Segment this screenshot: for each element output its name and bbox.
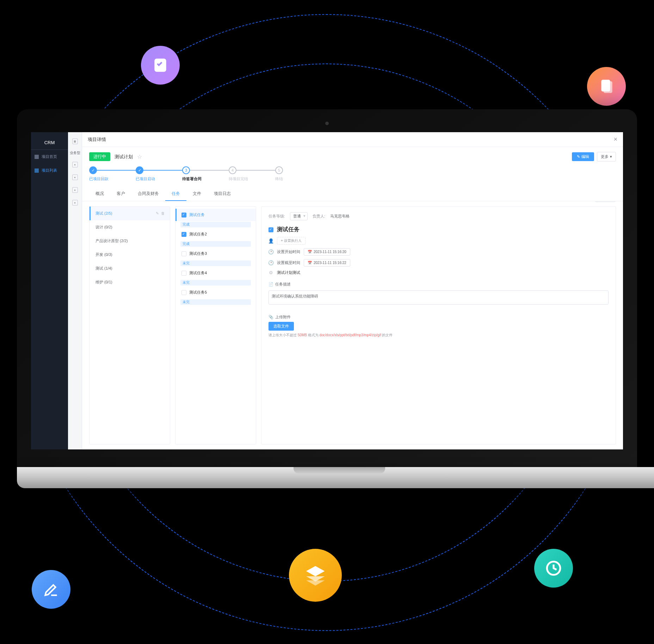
desc-textarea[interactable]: 测试环境确认系统功能障碍 bbox=[269, 290, 609, 305]
task-groups-column: 测试 (2/5)✎🗑设计 (0/2)产品设计原型 (2/2)开发 (0/3)测试… bbox=[89, 206, 170, 444]
page-title: 项目详情 bbox=[88, 136, 106, 143]
task-checkbox[interactable] bbox=[181, 251, 186, 256]
task-group[interactable]: 测试 (1/4) bbox=[90, 262, 170, 275]
add-person-button[interactable]: + 设置执行人 bbox=[277, 237, 306, 245]
task-tag: 未完 bbox=[180, 280, 251, 286]
task-tag: 未完 bbox=[180, 260, 251, 266]
tab[interactable]: 项目日志 bbox=[208, 187, 237, 201]
left-nav: CRM 项目首页项目列表 bbox=[31, 132, 68, 449]
tab[interactable]: 任务 bbox=[165, 187, 186, 201]
step[interactable]: 3待签署合同 bbox=[182, 166, 229, 182]
step[interactable]: ✓已项目回款 bbox=[89, 166, 136, 182]
mid-icon-3[interactable]: ▫ bbox=[72, 187, 78, 193]
task-title: 测试任务 bbox=[277, 226, 300, 233]
tab[interactable]: 文件 bbox=[186, 187, 208, 201]
task-group[interactable]: 产品设计原型 (2/2) bbox=[90, 234, 170, 248]
owner-value: 马克思韦格 bbox=[330, 214, 350, 219]
mid-label: 业务型 bbox=[70, 148, 80, 158]
edit-button[interactable]: ✎编辑 bbox=[572, 152, 594, 161]
brand-label: CRM bbox=[31, 136, 68, 150]
step[interactable]: ✓已项目启动 bbox=[136, 166, 182, 182]
gear-icon: ⚙ bbox=[269, 270, 273, 275]
project-name: 测试计划 bbox=[115, 154, 133, 160]
task-item[interactable]: 测试任务5 bbox=[175, 286, 256, 299]
task-title-checkbox[interactable] bbox=[269, 227, 273, 232]
svg-rect-2 bbox=[604, 81, 612, 93]
nav-item[interactable]: 项目列表 bbox=[31, 164, 68, 177]
task-group[interactable]: 测试 (2/5)✎🗑 bbox=[90, 207, 170, 220]
task-group[interactable]: 设计 (0/2) bbox=[90, 220, 170, 234]
task-checkbox[interactable] bbox=[181, 290, 186, 295]
desc-section-label: 📄 任务描述 bbox=[269, 282, 609, 287]
laptop-base bbox=[17, 467, 654, 488]
edit-icon[interactable]: ✎ bbox=[156, 211, 159, 216]
tab[interactable]: 概况 bbox=[89, 187, 110, 201]
start-time-label: 设置开始时间 bbox=[277, 249, 300, 254]
tab[interactable]: 合同及财务 bbox=[131, 187, 165, 201]
task-checkbox[interactable] bbox=[181, 213, 186, 217]
task-item[interactable]: 测试任务 bbox=[175, 209, 256, 221]
task-detail-column: 新建组 任务等级: 普通 负责人: 马克思韦格 测试任务 👤 + 设置执行人 🕐… bbox=[261, 206, 616, 444]
task-checkbox[interactable] bbox=[181, 271, 186, 276]
task-tag: 完成 bbox=[180, 222, 251, 227]
person-icon: 👤 bbox=[269, 238, 273, 243]
upload-button[interactable]: 选取文件 bbox=[269, 322, 294, 331]
mid-icon-4[interactable]: ▫ bbox=[72, 200, 78, 206]
close-icon[interactable]: × bbox=[613, 136, 617, 143]
delete-icon[interactable]: 🗑 bbox=[161, 211, 165, 216]
upload-hint: 请上传大小不超过 50MB 格式为 doc/docx/xls/ppt/txt/p… bbox=[269, 333, 609, 338]
clock-icon: 🕐 bbox=[269, 260, 273, 265]
new-folder-button[interactable]: 新建组 bbox=[595, 201, 616, 202]
clock-icon: 🕐 bbox=[269, 250, 273, 254]
laptop-mockup: CRM 项目首页项目列表 ≡ 业务型 ▫ ▫ ▫ ▫ 项目详情 × 进行中 测试… bbox=[17, 109, 637, 488]
task-item[interactable]: 测试任务4 bbox=[175, 267, 256, 279]
step[interactable]: 4待项目完结 bbox=[229, 166, 275, 182]
star-icon[interactable]: ☆ bbox=[137, 153, 142, 160]
mid-toolbar: ≡ 业务型 ▫ ▫ ▫ ▫ bbox=[68, 132, 82, 449]
badge-edit-icon bbox=[32, 570, 70, 609]
task-tag: 完成 bbox=[180, 241, 251, 247]
mid-icon-1[interactable]: ▫ bbox=[72, 162, 78, 167]
owner-label: 负责人: bbox=[313, 214, 325, 219]
step[interactable]: 5终结 bbox=[275, 166, 283, 182]
task-tag: 未完 bbox=[180, 299, 251, 305]
end-time-input[interactable]: 📅 2023-11-11 15:16:22 bbox=[304, 259, 350, 266]
badge-clock-icon bbox=[534, 549, 573, 588]
task-item[interactable]: 测试任务2 bbox=[175, 228, 256, 240]
badge-layers-icon bbox=[289, 549, 342, 602]
task-item[interactable]: 测试任务3 bbox=[175, 247, 256, 260]
camera-dot bbox=[325, 122, 329, 125]
task-group[interactable]: 开发 (0/3) bbox=[90, 248, 170, 262]
end-time-label: 设置截至时间 bbox=[277, 260, 300, 265]
tab[interactable]: 客户 bbox=[110, 187, 131, 201]
task-group[interactable]: 维护 (0/1) bbox=[90, 275, 170, 289]
task-checkbox[interactable] bbox=[181, 232, 186, 237]
start-time-input[interactable]: 📅 2023-11-11 15:16:20 bbox=[304, 248, 350, 256]
tabs: 概况客户合同及财务任务文件项目日志 bbox=[82, 187, 623, 201]
tasks-column: 测试任务完成测试任务2完成测试任务3未完测试任务4未完测试任务5未完 bbox=[175, 206, 256, 444]
mid-icon-2[interactable]: ▫ bbox=[72, 174, 78, 180]
svg-rect-0 bbox=[154, 59, 166, 72]
mid-menu-icon[interactable]: ≡ bbox=[72, 139, 78, 144]
attach-section-label: 📎 上传附件 bbox=[269, 314, 609, 320]
badge-document-icon bbox=[587, 67, 626, 106]
priority-label: 任务等级: bbox=[269, 214, 285, 219]
more-button[interactable]: 更多▾ bbox=[597, 152, 616, 161]
priority-select[interactable]: 普通 bbox=[290, 212, 308, 220]
nav-item[interactable]: 项目首页 bbox=[31, 150, 68, 164]
progress-steps: ✓已项目回款✓已项目启动3待签署合同4待项目完结5终结 bbox=[82, 166, 623, 187]
status-badge: 进行中 bbox=[89, 152, 110, 161]
plan-label: 测试计划测试 bbox=[277, 270, 300, 275]
badge-checklist-icon bbox=[141, 46, 180, 85]
